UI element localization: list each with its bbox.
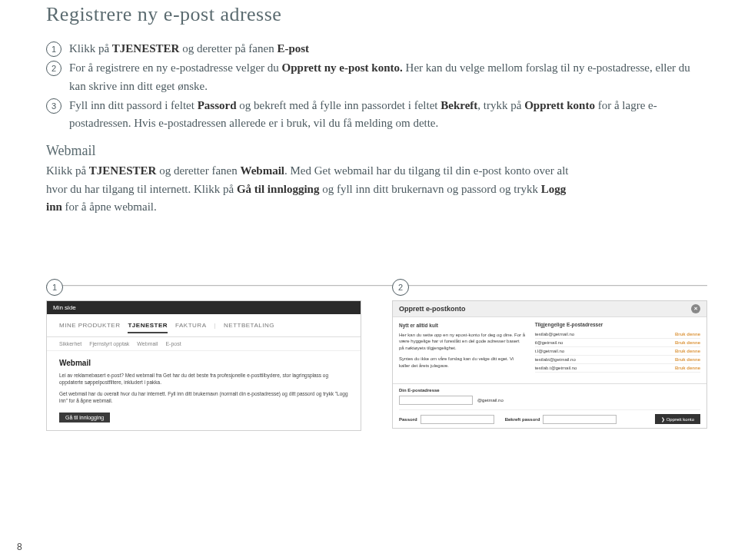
use-this-link[interactable]: Bruk denne [675, 340, 700, 345]
your-email-heading: Din E-postadresse [399, 388, 700, 393]
intro-heading: Nytt er alltid kult [399, 322, 526, 329]
figure-1: 1 Min side MINE PRODUKTER TJENESTER FAKT… [46, 300, 361, 431]
f1-heading: Webmail [59, 359, 348, 367]
suggestion-row: testlab@getmail.noBruk denne [535, 330, 700, 339]
figure-2: 2 Opprett e-postkonto × Nytt er alltid k… [392, 300, 707, 431]
dialog-title: Opprett e-postkonto [399, 305, 466, 313]
close-icon[interactable]: × [691, 304, 700, 313]
password-input[interactable] [421, 415, 494, 424]
suggestion-row: t.l@getmail.noBruk denne [535, 347, 700, 356]
f1-p1: Lei av reklamebasert e-post? Med webmail… [59, 372, 348, 386]
tab-faktura[interactable]: FAKTURA [175, 322, 206, 333]
tab-nettbetaling[interactable]: NETTBETALING [224, 322, 274, 333]
create-account-button[interactable]: ❯ Opprett konto [655, 414, 700, 424]
webmail-paragraph: Klikk på TJENESTER og deretter fanen Web… [46, 162, 569, 216]
password-label: Passord [399, 417, 417, 422]
password-confirm-input[interactable] [543, 415, 617, 424]
use-this-link[interactable]: Bruk denne [675, 332, 700, 336]
f1-p2: Get webmail har du overalt hvor du har i… [59, 390, 348, 404]
tab-mine-produkter[interactable]: MINE PRODUKTER [59, 322, 120, 333]
use-this-link[interactable]: Bruk denne [675, 366, 700, 370]
use-this-link[interactable]: Bruk denne [675, 349, 700, 353]
figure-1-number: 1 [46, 279, 63, 296]
subtab-epost[interactable]: E-post [165, 341, 181, 346]
email-domain: @getmail.no [477, 398, 504, 403]
figure-2-number: 2 [392, 279, 409, 296]
go-to-login-button[interactable]: Gå til innlogging [59, 413, 110, 422]
f1-main-tabs: MINE PRODUKTER TJENESTER FAKTURA | NETTB… [47, 314, 361, 337]
page-number: 8 [17, 542, 22, 552]
use-this-link[interactable]: Bruk denne [675, 357, 700, 362]
intro-p2: Syntes du ikke om våre forslag kan du ve… [399, 356, 526, 369]
step-1: Klikk på TJENESTER og deretter på fanen … [46, 40, 707, 58]
page-title: Registrere ny e-post adresse [46, 0, 707, 26]
email-local-input[interactable] [399, 396, 473, 405]
suggestion-row: testlabt@getmail.noBruk denne [535, 356, 700, 364]
intro-p1: Her kan du sette opp en ny epost-konto f… [399, 332, 526, 351]
separator [46, 285, 707, 287]
suggest-heading: Tilgjengelige E-postadresser [535, 322, 700, 327]
suggestion-row: tl@getmail.noBruk denne [535, 339, 700, 347]
subtab-sikkerhet[interactable]: Sikkerhet [59, 341, 81, 346]
suggestion-row: testlab.t@getmail.noBruk denne [535, 364, 700, 373]
steps-list: Klikk på TJENESTER og deretter på fanen … [46, 40, 707, 132]
subtab-webmail[interactable]: Webmail [137, 341, 158, 346]
f1-topbar: Min side [47, 301, 361, 314]
password-confirm-label: Bekreft passord [505, 417, 540, 422]
subtab-fjernstyrt[interactable]: Fjernstyrt opptak [89, 341, 129, 346]
step-3: Fyll inn ditt passord i feltet Passord o… [46, 97, 707, 133]
f1-sub-tabs: Sikkerhet Fjernstyrt opptak Webmail E-po… [47, 337, 361, 351]
webmail-title: Webmail [46, 143, 707, 159]
step-2: For å registrere en ny e-postadresse vel… [46, 59, 707, 95]
tab-tjenester[interactable]: TJENESTER [128, 322, 168, 333]
